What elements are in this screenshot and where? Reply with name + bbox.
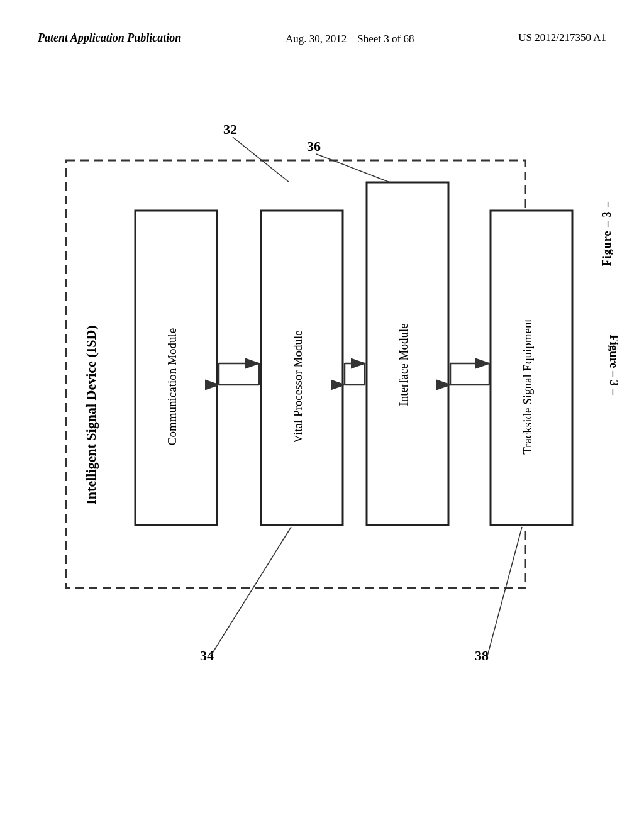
isd-label-text: Intelligent Signal Device (ISD): [83, 325, 99, 504]
comm-module-label: Communication Module: [165, 328, 179, 445]
vp-module-label: Vital Processor Module: [291, 330, 304, 443]
ref-38-label: 38: [475, 648, 489, 663]
ref-38-line: [487, 527, 522, 656]
ref-34-line: [211, 527, 291, 656]
ref-32-label: 32: [223, 121, 237, 137]
figure-label-svg: Figure – 3 –: [608, 335, 621, 396]
tse-label-text: Trackside Signal Equipment: [521, 318, 534, 454]
ref-36-label: 36: [307, 138, 321, 154]
diagram-svg: Intelligent Signal Device (ISD) Communic…: [0, 0, 644, 830]
ref-34-label: 34: [200, 648, 214, 663]
ref-36-line: [316, 154, 390, 182]
interface-module-label: Interface Module: [397, 323, 410, 406]
